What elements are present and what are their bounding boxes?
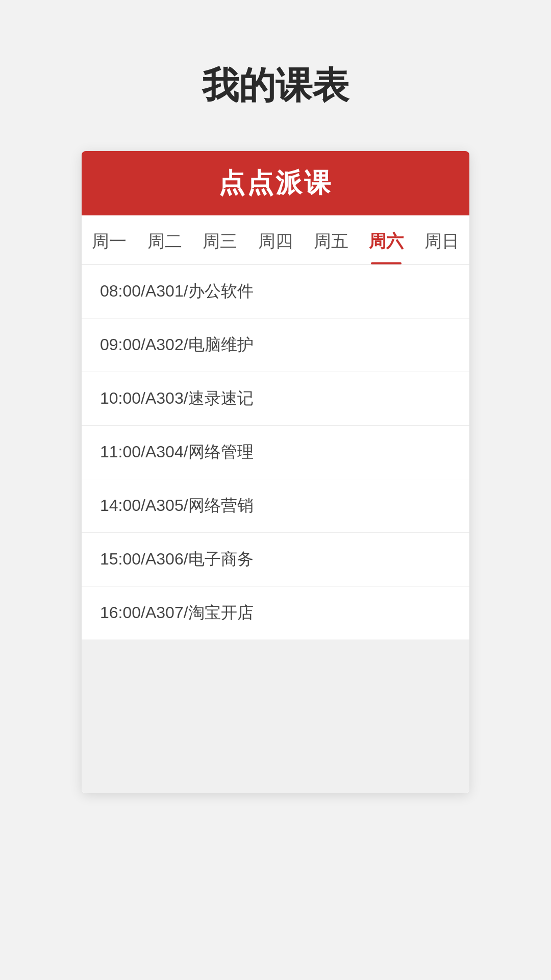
tab-wednesday[interactable]: 周三 xyxy=(192,215,248,264)
tab-tuesday[interactable]: 周二 xyxy=(137,215,193,264)
schedule-item-7[interactable]: 16:00/A307/淘宝开店 xyxy=(82,586,469,640)
schedule-item-5[interactable]: 14:00/A305/网络营销 xyxy=(82,479,469,533)
tab-friday[interactable]: 周五 xyxy=(303,215,359,264)
schedule-item-6[interactable]: 15:00/A306/电子商务 xyxy=(82,533,469,586)
tab-sunday[interactable]: 周日 xyxy=(414,215,469,264)
schedule-item-3[interactable]: 10:00/A303/速录速记 xyxy=(82,372,469,426)
schedule-item-4[interactable]: 11:00/A304/网络管理 xyxy=(82,426,469,479)
tab-monday[interactable]: 周一 xyxy=(82,215,137,264)
schedule-card: 点点派课 周一 周二 周三 周四 周五 周六 周日 08:00/A301/办公软… xyxy=(82,151,469,793)
schedule-list: 08:00/A301/办公软件 09:00/A302/电脑维护 10:00/A3… xyxy=(82,265,469,793)
weekday-tabs: 周一 周二 周三 周四 周五 周六 周日 xyxy=(82,215,469,265)
schedule-item-1[interactable]: 08:00/A301/办公软件 xyxy=(82,265,469,318)
card-header-title: 点点派课 xyxy=(218,168,333,198)
schedule-empty-area xyxy=(82,640,469,793)
tab-saturday[interactable]: 周六 xyxy=(359,215,414,264)
tab-thursday[interactable]: 周四 xyxy=(248,215,304,264)
page-title: 我的课表 xyxy=(202,61,349,110)
card-header: 点点派课 xyxy=(82,151,469,215)
schedule-item-2[interactable]: 09:00/A302/电脑维护 xyxy=(82,318,469,372)
